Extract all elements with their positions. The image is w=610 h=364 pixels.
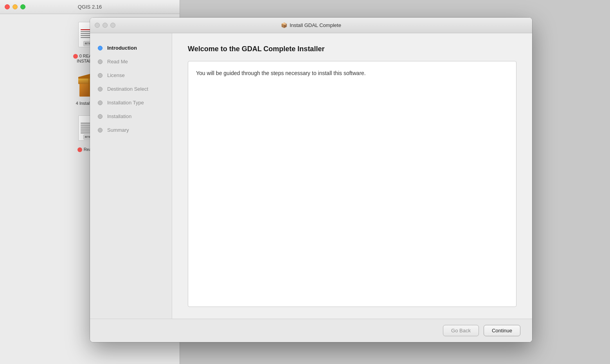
- step-label-introduction: Introduction: [107, 45, 137, 51]
- step-label-installation-type: Installation Type: [107, 100, 144, 106]
- step-dot-readme: [98, 59, 103, 64]
- sidebar-item-readme[interactable]: Read Me: [90, 55, 172, 68]
- bg-minimize-button[interactable]: [13, 4, 18, 9]
- content-title: Welcome to the GDAL Complete Installer: [188, 45, 516, 53]
- go-back-button[interactable]: Go Back: [443, 325, 479, 336]
- bg-close-button[interactable]: [5, 4, 10, 9]
- step-dot-license: [98, 73, 103, 78]
- bg-traffic-lights: [5, 4, 25, 9]
- content-description: You will be guided through the steps nec…: [196, 69, 508, 77]
- step-label-license: License: [107, 72, 125, 78]
- installer-body: Introduction Read Me License Destination…: [90, 33, 532, 342]
- installer-main: Introduction Read Me License Destination…: [90, 33, 532, 319]
- step-dot-installation: [98, 114, 103, 119]
- sidebar-item-installation[interactable]: Installation: [90, 109, 172, 123]
- step-dot-destination: [98, 87, 103, 91]
- step-dot-installation-type: [98, 100, 103, 105]
- installer-traffic-lights: [95, 23, 115, 28]
- bg-titlebar: QGIS 2.16: [0, 0, 180, 14]
- installer-title-icon: 📦: [281, 22, 287, 28]
- step-label-readme: Read Me: [107, 59, 128, 65]
- step-label-installation: Installation: [107, 113, 131, 119]
- sidebar-item-destination[interactable]: Destination Select: [90, 82, 172, 96]
- sidebar-item-introduction[interactable]: Introduction: [90, 41, 172, 55]
- continue-button[interactable]: Continue: [484, 325, 520, 336]
- installer-title-bar-label: 📦 Install GDAL Complete: [281, 22, 341, 28]
- installer-footer: Go Back Continue: [90, 319, 532, 342]
- bg-maximize-button[interactable]: [20, 4, 25, 9]
- sidebar-item-license[interactable]: License: [90, 68, 172, 82]
- step-label-summary: Summary: [107, 127, 129, 133]
- content-text-box: You will be guided through the steps nec…: [188, 61, 516, 307]
- installer-maximize-button[interactable]: [110, 23, 115, 28]
- installer-window: 📦 Install GDAL Complete Introduction Rea…: [90, 18, 532, 342]
- installer-content-area: Welcome to the GDAL Complete Installer Y…: [172, 33, 532, 319]
- bg-window-title: QGIS 2.16: [78, 4, 102, 10]
- installer-titlebar: 📦 Install GDAL Complete: [90, 18, 532, 33]
- installer-sidebar: Introduction Read Me License Destination…: [90, 33, 172, 319]
- installer-title-text: Install GDAL Complete: [290, 22, 341, 28]
- sidebar-item-summary[interactable]: Summary: [90, 123, 172, 137]
- red-dot-icon-2: [77, 147, 82, 152]
- installer-close-button[interactable]: [95, 23, 100, 28]
- step-label-destination: Destination Select: [107, 86, 148, 92]
- step-dot-introduction: [98, 46, 103, 50]
- installer-minimize-button[interactable]: [103, 23, 108, 28]
- svg-marker-4: [78, 74, 90, 79]
- step-dot-summary: [98, 128, 103, 133]
- red-dot-icon: [73, 54, 78, 59]
- sidebar-item-installation-type[interactable]: Installation Type: [90, 96, 172, 109]
